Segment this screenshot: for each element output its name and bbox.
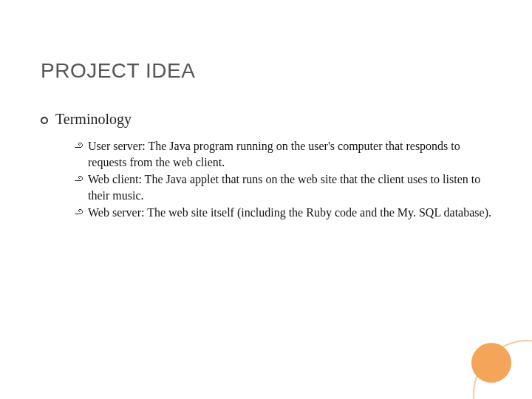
list-item: ౨ Web server: The web site itself (inclu…: [73, 205, 491, 221]
outline-circle-icon: [473, 340, 532, 399]
list-item-text: Web client: The Java applet that runs on…: [88, 171, 491, 203]
list-item-text: Web server: The web site itself (includi…: [88, 205, 491, 221]
section-heading: Terminology: [55, 111, 132, 128]
list-item: ౨ User server: The Java program running …: [73, 138, 491, 170]
filled-circle-icon: [471, 343, 511, 383]
corner-decoration: [436, 325, 532, 399]
list-item-text: User server: The Java program running on…: [88, 138, 491, 170]
ring-bullet-icon: [41, 114, 48, 127]
slide-title: PROJECT IDEA: [41, 59, 491, 83]
list-item: ౨ Web client: The Java applet that runs …: [73, 171, 491, 203]
sub-list: ౨ User server: The Java program running …: [41, 138, 491, 221]
section-row: Terminology: [41, 111, 491, 128]
flourish-icon: ౨: [73, 138, 85, 153]
slide: PROJECT IDEA Terminology ౨ User server: …: [0, 0, 532, 399]
flourish-icon: ౨: [73, 171, 85, 186]
flourish-icon: ౨: [73, 205, 85, 219]
